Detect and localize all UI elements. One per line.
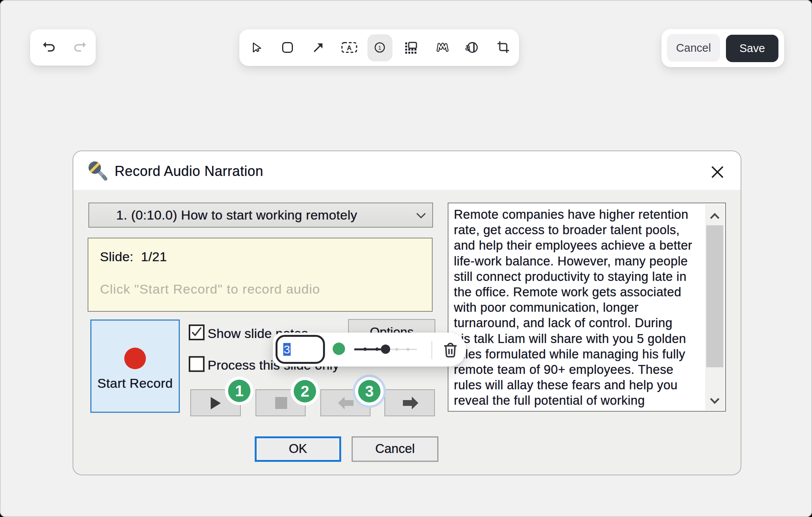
svg-text:1: 1 — [378, 44, 381, 51]
svg-text:A: A — [347, 44, 352, 52]
